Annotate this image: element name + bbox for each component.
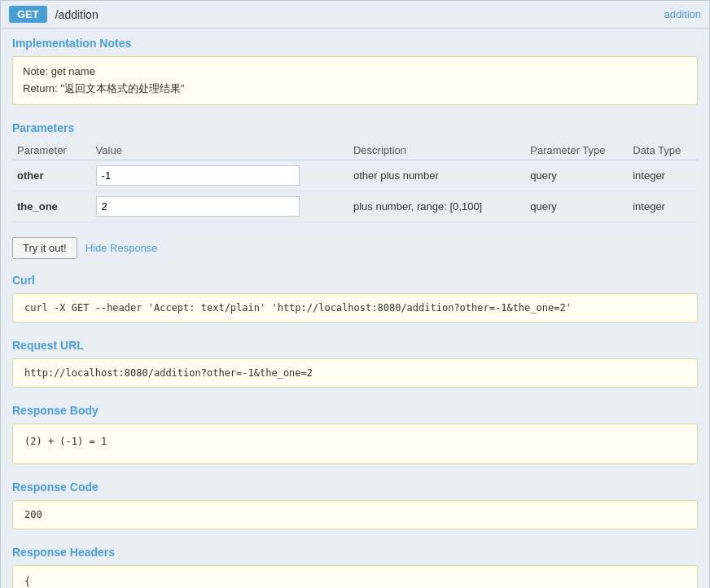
endpoint-path: /addition: [55, 8, 99, 21]
param-other-name: other: [12, 160, 91, 191]
response-code-box: 200: [12, 500, 698, 529]
param-the_one-input[interactable]: [96, 196, 300, 217]
json-open-bracket: {: [24, 574, 686, 588]
implementation-notes-section: Implementation Notes Note: get name Retu…: [1, 29, 709, 113]
notes-box: Note: get name Return: "返回文本格式的处理结果": [12, 56, 698, 105]
response-code-section: Response Code 200: [1, 472, 709, 538]
param-other-value-cell: [91, 160, 348, 191]
response-body-box: (2) + (-1) = 1: [12, 423, 698, 464]
parameters-header-row: Parameter Value Description Parameter Ty…: [12, 141, 698, 160]
header-bar: GET /addition addition: [1, 1, 709, 29]
response-body-value: (2) + (-1) = 1: [24, 436, 107, 447]
param-the_one-name: the_one: [12, 191, 91, 222]
table-row: the_one plus number, range: [0,100] quer…: [12, 191, 698, 222]
curl-title: Curl: [12, 274, 698, 287]
request-url-box: http://localhost:8080/addition?other=-1&…: [12, 358, 698, 388]
response-headers-box: { "date": "Mon, 27 Feb 2017 03:07:45 GMT…: [12, 565, 698, 588]
response-body-title: Response Body: [12, 404, 698, 417]
response-headers-title: Response Headers: [12, 546, 698, 559]
notes-line1: Note: get name: [23, 64, 687, 81]
header-left: GET /addition: [9, 6, 99, 23]
try-it-out-button[interactable]: Try it out!: [12, 237, 77, 259]
param-the_one-value-cell: [91, 191, 348, 222]
curl-box: curl -X GET --header 'Accept: text/plain…: [12, 293, 698, 323]
response-headers-section: Response Headers { "date": "Mon, 27 Feb …: [1, 538, 709, 588]
notes-line2: Return: "返回文本格式的处理结果": [23, 81, 687, 98]
method-badge: GET: [9, 6, 47, 23]
parameters-table-body: other other plus number query integer th…: [12, 160, 698, 222]
col-description: Description: [348, 141, 525, 160]
response-code-title: Response Code: [12, 480, 698, 494]
implementation-notes-title: Implementation Notes: [12, 37, 698, 50]
parameters-table-head: Parameter Value Description Parameter Ty…: [12, 141, 698, 160]
param-the_one-type: query: [525, 191, 628, 222]
col-data-type: Data Type: [628, 141, 698, 160]
col-value: Value: [91, 141, 348, 160]
response-body-section: Response Body (2) + (-1) = 1: [1, 396, 709, 472]
param-other-datatype: integer: [628, 160, 698, 191]
hide-response-link[interactable]: Hide Response: [85, 242, 158, 254]
api-panel: GET /addition addition Implementation No…: [0, 0, 710, 588]
curl-section: Curl curl -X GET --header 'Accept: text/…: [1, 265, 709, 331]
param-the_one-datatype: integer: [628, 191, 698, 222]
param-other-input[interactable]: [96, 165, 300, 186]
request-url-section: Request URL http://localhost:8080/additi…: [1, 331, 709, 396]
table-row: other other plus number query integer: [12, 160, 698, 191]
param-other-type: query: [525, 160, 628, 191]
button-row: Try it out! Hide Response: [1, 230, 709, 265]
col-parameter-type: Parameter Type: [525, 141, 628, 160]
parameters-table: Parameter Value Description Parameter Ty…: [12, 141, 698, 222]
endpoint-tag: addition: [664, 8, 701, 20]
parameters-title: Parameters: [12, 121, 698, 134]
col-parameter: Parameter: [12, 141, 91, 160]
param-the_one-desc: plus number, range: [0,100]: [348, 191, 525, 222]
param-other-desc: other plus number: [348, 160, 525, 191]
request-url-title: Request URL: [12, 339, 698, 352]
parameters-section: Parameters Parameter Value Description P…: [1, 113, 709, 230]
